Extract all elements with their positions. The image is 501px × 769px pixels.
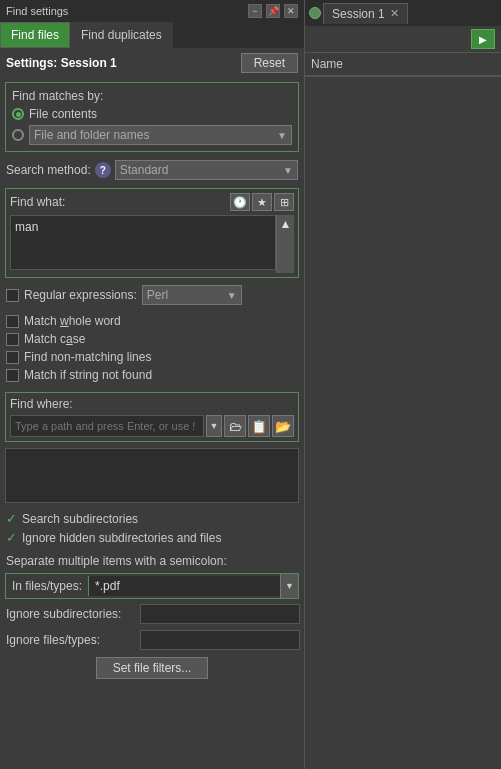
name-column-header: Name (305, 53, 501, 76)
find-where-header: Find where: (10, 397, 294, 411)
regex-dropdown[interactable]: Perl ▼ (142, 285, 242, 305)
settings-label: Settings: Session 1 (6, 56, 117, 70)
bookmark-icon[interactable]: ★ (252, 193, 272, 211)
find-non-matching-checkbox[interactable] (6, 351, 19, 364)
folder-names-arrow: ▼ (277, 130, 287, 141)
ignore-files-row: Ignore files/types: (0, 627, 304, 653)
run-button[interactable]: ▶ (471, 29, 495, 49)
window-title: Find settings (6, 5, 68, 17)
browse-button-1[interactable]: 🗁 (224, 415, 246, 437)
browse-button-2[interactable]: 📋 (248, 415, 270, 437)
set-filters-row: Set file filters... (0, 653, 304, 683)
search-subdirs-checkmark: ✓ (6, 511, 17, 526)
radio-circle-folder-names (12, 129, 24, 141)
help-button[interactable]: ? (95, 162, 111, 178)
title-bar: Find settings − 📌 ✕ (0, 0, 304, 22)
match-if-not-found-label: Match if string not found (24, 368, 152, 382)
reset-button[interactable]: Reset (241, 53, 298, 73)
search-method-arrow: ▼ (283, 165, 293, 176)
path-area (5, 448, 299, 503)
find-what-icons: 🕐 ★ ⊞ (230, 193, 294, 211)
separator-text: Separate multiple items with a semicolon… (0, 551, 304, 571)
match-whole-word-checkbox[interactable] (6, 315, 19, 328)
find-matches-section: Find matches by: File contents File and … (5, 82, 299, 152)
ignore-subdirs-row: Ignore subdirectories: (0, 601, 304, 627)
tab-row: Find files Find duplicates (0, 22, 304, 48)
search-subdirs-row[interactable]: ✓ Search subdirectories (6, 509, 298, 528)
folder-names-dropdown[interactable]: File and folder names ▼ (29, 125, 292, 145)
right-toolbar: ▶ (305, 26, 501, 53)
search-method-row: Search method: ? Standard ▼ (0, 156, 304, 184)
find-non-matching-label: Find non-matching lines (24, 350, 151, 364)
session-indicator (309, 7, 321, 19)
match-if-not-found-checkbox[interactable] (6, 369, 19, 382)
tab-find-duplicates[interactable]: Find duplicates (70, 22, 173, 48)
radio-circle-file-contents (12, 108, 24, 120)
find-where-input[interactable] (10, 415, 204, 437)
regex-dropdown-arrow: ▼ (227, 290, 237, 301)
find-non-matching-row[interactable]: Find non-matching lines (6, 348, 298, 366)
find-where-dropdown-arrow[interactable]: ▼ (206, 415, 222, 437)
regex-label: Regular expressions: (24, 288, 137, 302)
right-content-area (305, 76, 501, 769)
find-what-label: Find what: (10, 195, 65, 209)
close-button[interactable]: ✕ (284, 4, 298, 18)
in-files-value: *.pdf (89, 576, 280, 596)
find-scroll-btn[interactable]: ▲ (276, 215, 294, 273)
in-files-arrow[interactable]: ▼ (280, 574, 298, 598)
session-tab-row: Session 1 ✕ (305, 0, 501, 26)
right-panel: Session 1 ✕ ▶ Name (305, 0, 501, 769)
ignore-subdirs-input[interactable] (140, 604, 300, 624)
expand-icon[interactable]: ⊞ (274, 193, 294, 211)
regex-checkbox[interactable] (6, 289, 19, 302)
checkboxes-section: Match whole word Match case Find non-mat… (0, 308, 304, 388)
ignore-subdirs-label: Ignore subdirectories: (6, 607, 136, 621)
ignore-files-label: Ignore files/types: (6, 633, 136, 647)
sub-checkboxes: ✓ Search subdirectories ✓ Ignore hidden … (0, 505, 304, 551)
match-case-row[interactable]: Match case (6, 330, 298, 348)
settings-row: Settings: Session 1 Reset (0, 48, 304, 78)
in-files-row: In files/types: *.pdf ▼ (5, 573, 299, 599)
history-icon[interactable]: 🕐 (230, 193, 250, 211)
regex-row: Regular expressions: Perl ▼ (0, 282, 304, 308)
find-what-header: Find what: 🕐 ★ ⊞ (10, 193, 294, 211)
find-textarea-wrapper: man ▲ (10, 215, 294, 273)
search-subdirs-label: Search subdirectories (22, 512, 138, 526)
match-whole-word-label: Match whole word (24, 314, 121, 328)
find-matches-label: Find matches by: (12, 89, 292, 103)
left-panel: Find settings − 📌 ✕ Find files Find dupl… (0, 0, 305, 769)
match-whole-word-row[interactable]: Match whole word (6, 312, 298, 330)
match-if-not-found-row[interactable]: Match if string not found (6, 366, 298, 384)
ignore-hidden-label: Ignore hidden subdirectories and files (22, 531, 221, 545)
browse-button-3[interactable]: 📂 (272, 415, 294, 437)
in-files-label: In files/types: (6, 576, 89, 596)
session-tab[interactable]: Session 1 ✕ (323, 3, 408, 24)
find-what-section: Find what: 🕐 ★ ⊞ man ▲ (5, 188, 299, 278)
search-method-dropdown[interactable]: Standard ▼ (115, 160, 298, 180)
find-what-input[interactable]: man (10, 215, 276, 270)
ignore-hidden-checkmark: ✓ (6, 530, 17, 545)
tab-find-files[interactable]: Find files (0, 22, 70, 48)
radio-folder-names[interactable]: File and folder names ▼ (12, 125, 292, 145)
match-case-checkbox[interactable] (6, 333, 19, 346)
find-where-input-row: ▼ 🗁 📋 📂 (10, 415, 294, 437)
title-bar-controls: − 📌 ✕ (248, 4, 298, 18)
ignore-hidden-row[interactable]: ✓ Ignore hidden subdirectories and files (6, 528, 298, 547)
match-case-label: Match case (24, 332, 85, 346)
session-tab-label: Session 1 (332, 7, 385, 21)
ignore-files-input[interactable] (140, 630, 300, 650)
find-where-section: Find where: ▼ 🗁 📋 📂 (5, 392, 299, 442)
radio-label-file-contents: File contents (29, 107, 97, 121)
set-filters-button[interactable]: Set file filters... (96, 657, 209, 679)
minimize-button[interactable]: − (248, 4, 262, 18)
search-method-label: Search method: (6, 163, 91, 177)
session-close-button[interactable]: ✕ (390, 7, 399, 20)
radio-file-contents[interactable]: File contents (12, 107, 292, 121)
pin-button[interactable]: 📌 (266, 4, 280, 18)
find-matches-options: File contents File and folder names ▼ (12, 107, 292, 145)
